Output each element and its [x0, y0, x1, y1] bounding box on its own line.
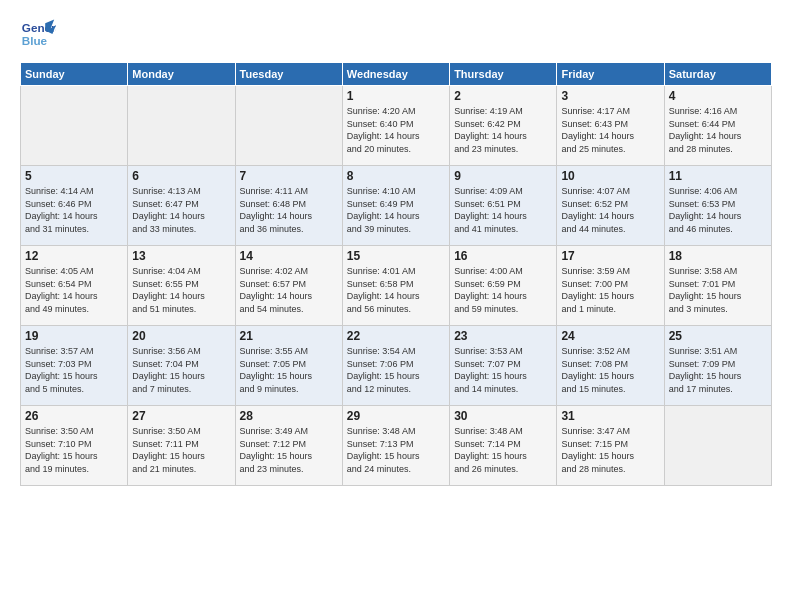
day-header-saturday: Saturday — [664, 63, 771, 86]
day-number: 10 — [561, 169, 659, 183]
day-number: 15 — [347, 249, 445, 263]
day-info: Sunrise: 3:54 AM Sunset: 7:06 PM Dayligh… — [347, 345, 445, 395]
day-header-friday: Friday — [557, 63, 664, 86]
page: General Blue SundayMondayTuesdayWednesda… — [0, 0, 792, 496]
calendar-cell: 15Sunrise: 4:01 AM Sunset: 6:58 PM Dayli… — [342, 246, 449, 326]
calendar-cell: 29Sunrise: 3:48 AM Sunset: 7:13 PM Dayli… — [342, 406, 449, 486]
day-info: Sunrise: 3:50 AM Sunset: 7:10 PM Dayligh… — [25, 425, 123, 475]
day-info: Sunrise: 4:00 AM Sunset: 6:59 PM Dayligh… — [454, 265, 552, 315]
calendar-cell: 17Sunrise: 3:59 AM Sunset: 7:00 PM Dayli… — [557, 246, 664, 326]
calendar-cell: 13Sunrise: 4:04 AM Sunset: 6:55 PM Dayli… — [128, 246, 235, 326]
day-info: Sunrise: 4:05 AM Sunset: 6:54 PM Dayligh… — [25, 265, 123, 315]
day-number: 4 — [669, 89, 767, 103]
calendar-cell — [664, 406, 771, 486]
day-number: 29 — [347, 409, 445, 423]
day-number: 17 — [561, 249, 659, 263]
day-info: Sunrise: 4:13 AM Sunset: 6:47 PM Dayligh… — [132, 185, 230, 235]
calendar-cell: 6Sunrise: 4:13 AM Sunset: 6:47 PM Daylig… — [128, 166, 235, 246]
day-info: Sunrise: 3:58 AM Sunset: 7:01 PM Dayligh… — [669, 265, 767, 315]
calendar-cell: 27Sunrise: 3:50 AM Sunset: 7:11 PM Dayli… — [128, 406, 235, 486]
logo: General Blue — [20, 16, 56, 52]
day-header-thursday: Thursday — [450, 63, 557, 86]
day-number: 6 — [132, 169, 230, 183]
calendar-cell: 8Sunrise: 4:10 AM Sunset: 6:49 PM Daylig… — [342, 166, 449, 246]
day-info: Sunrise: 4:17 AM Sunset: 6:43 PM Dayligh… — [561, 105, 659, 155]
calendar-cell: 16Sunrise: 4:00 AM Sunset: 6:59 PM Dayli… — [450, 246, 557, 326]
day-number: 19 — [25, 329, 123, 343]
day-info: Sunrise: 3:52 AM Sunset: 7:08 PM Dayligh… — [561, 345, 659, 395]
day-info: Sunrise: 3:56 AM Sunset: 7:04 PM Dayligh… — [132, 345, 230, 395]
day-info: Sunrise: 3:57 AM Sunset: 7:03 PM Dayligh… — [25, 345, 123, 395]
week-row-3: 12Sunrise: 4:05 AM Sunset: 6:54 PM Dayli… — [21, 246, 772, 326]
calendar-cell: 20Sunrise: 3:56 AM Sunset: 7:04 PM Dayli… — [128, 326, 235, 406]
calendar-cell: 31Sunrise: 3:47 AM Sunset: 7:15 PM Dayli… — [557, 406, 664, 486]
header-row: SundayMondayTuesdayWednesdayThursdayFrid… — [21, 63, 772, 86]
day-number: 25 — [669, 329, 767, 343]
week-row-4: 19Sunrise: 3:57 AM Sunset: 7:03 PM Dayli… — [21, 326, 772, 406]
day-info: Sunrise: 4:07 AM Sunset: 6:52 PM Dayligh… — [561, 185, 659, 235]
day-info: Sunrise: 3:55 AM Sunset: 7:05 PM Dayligh… — [240, 345, 338, 395]
day-number: 3 — [561, 89, 659, 103]
day-info: Sunrise: 3:48 AM Sunset: 7:13 PM Dayligh… — [347, 425, 445, 475]
calendar-cell: 26Sunrise: 3:50 AM Sunset: 7:10 PM Dayli… — [21, 406, 128, 486]
calendar-cell: 9Sunrise: 4:09 AM Sunset: 6:51 PM Daylig… — [450, 166, 557, 246]
week-row-2: 5Sunrise: 4:14 AM Sunset: 6:46 PM Daylig… — [21, 166, 772, 246]
svg-text:Blue: Blue — [22, 34, 48, 47]
day-info: Sunrise: 4:16 AM Sunset: 6:44 PM Dayligh… — [669, 105, 767, 155]
calendar-cell: 10Sunrise: 4:07 AM Sunset: 6:52 PM Dayli… — [557, 166, 664, 246]
calendar-cell — [21, 86, 128, 166]
calendar-cell: 11Sunrise: 4:06 AM Sunset: 6:53 PM Dayli… — [664, 166, 771, 246]
day-info: Sunrise: 4:09 AM Sunset: 6:51 PM Dayligh… — [454, 185, 552, 235]
day-number: 28 — [240, 409, 338, 423]
day-info: Sunrise: 4:11 AM Sunset: 6:48 PM Dayligh… — [240, 185, 338, 235]
day-number: 24 — [561, 329, 659, 343]
calendar-cell: 1Sunrise: 4:20 AM Sunset: 6:40 PM Daylig… — [342, 86, 449, 166]
calendar-cell: 21Sunrise: 3:55 AM Sunset: 7:05 PM Dayli… — [235, 326, 342, 406]
day-info: Sunrise: 4:19 AM Sunset: 6:42 PM Dayligh… — [454, 105, 552, 155]
day-info: Sunrise: 3:53 AM Sunset: 7:07 PM Dayligh… — [454, 345, 552, 395]
day-info: Sunrise: 4:06 AM Sunset: 6:53 PM Dayligh… — [669, 185, 767, 235]
calendar-cell: 18Sunrise: 3:58 AM Sunset: 7:01 PM Dayli… — [664, 246, 771, 326]
calendar-cell: 22Sunrise: 3:54 AM Sunset: 7:06 PM Dayli… — [342, 326, 449, 406]
calendar-cell: 19Sunrise: 3:57 AM Sunset: 7:03 PM Dayli… — [21, 326, 128, 406]
calendar-body: 1Sunrise: 4:20 AM Sunset: 6:40 PM Daylig… — [21, 86, 772, 486]
day-info: Sunrise: 3:47 AM Sunset: 7:15 PM Dayligh… — [561, 425, 659, 475]
day-number: 12 — [25, 249, 123, 263]
day-header-monday: Monday — [128, 63, 235, 86]
calendar-header: SundayMondayTuesdayWednesdayThursdayFrid… — [21, 63, 772, 86]
calendar-cell: 7Sunrise: 4:11 AM Sunset: 6:48 PM Daylig… — [235, 166, 342, 246]
day-number: 1 — [347, 89, 445, 103]
week-row-1: 1Sunrise: 4:20 AM Sunset: 6:40 PM Daylig… — [21, 86, 772, 166]
day-header-tuesday: Tuesday — [235, 63, 342, 86]
calendar-cell: 2Sunrise: 4:19 AM Sunset: 6:42 PM Daylig… — [450, 86, 557, 166]
day-number: 7 — [240, 169, 338, 183]
day-number: 27 — [132, 409, 230, 423]
day-number: 31 — [561, 409, 659, 423]
day-number: 22 — [347, 329, 445, 343]
week-row-5: 26Sunrise: 3:50 AM Sunset: 7:10 PM Dayli… — [21, 406, 772, 486]
day-number: 13 — [132, 249, 230, 263]
day-info: Sunrise: 3:49 AM Sunset: 7:12 PM Dayligh… — [240, 425, 338, 475]
calendar-cell: 28Sunrise: 3:49 AM Sunset: 7:12 PM Dayli… — [235, 406, 342, 486]
header: General Blue — [20, 16, 772, 52]
calendar-cell: 12Sunrise: 4:05 AM Sunset: 6:54 PM Dayli… — [21, 246, 128, 326]
calendar-cell: 3Sunrise: 4:17 AM Sunset: 6:43 PM Daylig… — [557, 86, 664, 166]
day-number: 16 — [454, 249, 552, 263]
calendar-cell — [128, 86, 235, 166]
calendar-cell: 14Sunrise: 4:02 AM Sunset: 6:57 PM Dayli… — [235, 246, 342, 326]
calendar-cell — [235, 86, 342, 166]
calendar-cell: 25Sunrise: 3:51 AM Sunset: 7:09 PM Dayli… — [664, 326, 771, 406]
day-number: 9 — [454, 169, 552, 183]
day-info: Sunrise: 3:51 AM Sunset: 7:09 PM Dayligh… — [669, 345, 767, 395]
day-info: Sunrise: 3:59 AM Sunset: 7:00 PM Dayligh… — [561, 265, 659, 315]
day-number: 26 — [25, 409, 123, 423]
day-number: 20 — [132, 329, 230, 343]
calendar-cell: 23Sunrise: 3:53 AM Sunset: 7:07 PM Dayli… — [450, 326, 557, 406]
day-number: 18 — [669, 249, 767, 263]
day-number: 23 — [454, 329, 552, 343]
day-info: Sunrise: 4:10 AM Sunset: 6:49 PM Dayligh… — [347, 185, 445, 235]
day-number: 14 — [240, 249, 338, 263]
day-number: 2 — [454, 89, 552, 103]
day-number: 30 — [454, 409, 552, 423]
day-number: 21 — [240, 329, 338, 343]
